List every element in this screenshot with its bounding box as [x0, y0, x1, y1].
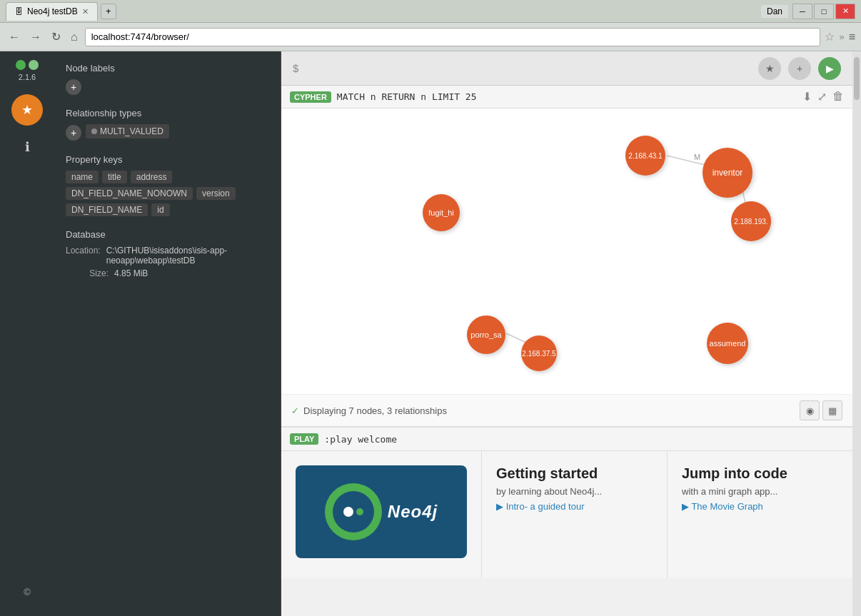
graph-view-button[interactable]: ◉: [800, 400, 820, 420]
maximize-button[interactable]: □: [814, 4, 834, 19]
add-query-button[interactable]: +: [788, 57, 811, 80]
add-relationship-button[interactable]: +: [66, 125, 81, 141]
back-button[interactable]: ←: [6, 29, 23, 45]
db-size-value: 4.85 MiB: [114, 268, 148, 278]
delete-result-icon[interactable]: 🗑: [832, 90, 844, 103]
db-location-row: Location: C:\GITHUB\isisaddons\isis-app-…: [66, 246, 269, 266]
menu-icon[interactable]: ≡: [849, 31, 855, 44]
db-size-row: Size: 4.85 MiB: [66, 268, 269, 278]
sidebar-icons: 2.1.6 ★ ℹ ©: [0, 51, 54, 616]
query-display: CYPHER MATCH n RETURN n LIMIT 25: [290, 91, 477, 103]
tab-title: Neo4j testDB: [27, 6, 78, 16]
view-toggle: ◉ ▦: [800, 400, 842, 420]
node-2-168-43-1[interactable]: 2.168.43.1: [625, 136, 665, 176]
prop-key-dnfieldname[interactable]: DN_FIELD_NAME: [66, 203, 148, 216]
run-query-button[interactable]: ▶: [818, 57, 841, 80]
right-scrollbar[interactable]: [852, 51, 861, 616]
logo-outer-circle: [325, 483, 382, 540]
neo4j-card-logo: Neo4j: [296, 465, 467, 558]
graph-view-icon: ◉: [806, 405, 814, 416]
prop-key-address[interactable]: address: [131, 171, 173, 183]
neo4j-dots: [16, 60, 39, 70]
logo-container: Neo4j: [325, 483, 438, 540]
app-container: 2.1.6 ★ ℹ © Node labels + Relationship t…: [0, 51, 861, 616]
active-tab[interactable]: 🗄 Neo4j testDB ✕: [6, 2, 98, 21]
minimize-button[interactable]: ─: [792, 4, 812, 19]
tab-favicon: 🗄: [15, 7, 23, 16]
copyright-icon: ©: [24, 587, 31, 597]
forward-button[interactable]: →: [27, 29, 44, 45]
reload-button[interactable]: ↻: [49, 29, 64, 45]
favorites-button[interactable]: ★: [11, 94, 43, 126]
node-2-168-37-5[interactable]: 2.168.37.5: [521, 335, 557, 371]
dot-1: [16, 60, 26, 70]
prop-key-name[interactable]: name: [66, 171, 99, 183]
node-2-188-193[interactable]: 2.188.193.: [731, 201, 771, 241]
run-icon: ▶: [826, 63, 834, 74]
dot-2: [29, 60, 39, 70]
extensions-icon[interactable]: »: [839, 31, 844, 42]
bookmark-icon[interactable]: ☆: [825, 30, 835, 44]
address-input[interactable]: [85, 28, 821, 46]
scrollbar-thumb[interactable]: [854, 57, 860, 100]
title-bar: 🗄 Neo4j testDB ✕ + Dan ─ □ ✕: [0, 0, 861, 23]
node-assumend[interactable]: assumend: [707, 323, 748, 364]
relationship-type-label: MULTI_VALUED: [100, 126, 163, 136]
query-actions: ★ + ▶: [758, 57, 841, 80]
result-toolbar-icons: ⬇ ⤢ 🗑: [802, 90, 844, 103]
getting-started-card: Getting started by learning about Neo4j.…: [482, 451, 668, 578]
add-node-label-button[interactable]: +: [66, 79, 81, 95]
query-input[interactable]: [293, 62, 758, 74]
prop-key-dnfieldname-nonown[interactable]: DN_FIELD_NAME_NONOWN: [66, 187, 193, 200]
result-footer: ✓ Displaying 7 nodes, 3 relationships ◉ …: [281, 394, 852, 426]
close-button[interactable]: ✕: [835, 4, 855, 19]
cypher-badge: CYPHER: [290, 91, 331, 103]
new-tab-button[interactable]: +: [101, 4, 116, 19]
prop-key-title[interactable]: title: [102, 171, 127, 183]
getting-started-subtitle: by learning about Neo4j...: [496, 486, 653, 497]
node-labels-title: Node labels: [66, 63, 269, 74]
copyright-button[interactable]: ©: [11, 576, 43, 607]
plus-icon: +: [797, 63, 802, 74]
property-keys-list: name title address DN_FIELD_NAME_NONOWN …: [66, 171, 269, 216]
logo-graphic: [325, 483, 382, 540]
intro-link[interactable]: Intro- a guided tour: [496, 501, 584, 512]
database-section: Database Location: C:\GITHUB\isisaddons\…: [66, 229, 269, 278]
prop-key-id[interactable]: id: [151, 203, 169, 216]
node-fugit-hi[interactable]: fugit_hi: [423, 194, 460, 231]
jump-into-code-subtitle: with a mini graph app...: [682, 486, 838, 497]
result-panel: CYPHER MATCH n RETURN n LIMIT 25 ⬇ ⤢ 🗑: [281, 86, 852, 427]
fullscreen-icon[interactable]: ⤢: [817, 90, 827, 103]
neo4j-logo: 2.1.6: [16, 60, 39, 81]
db-location-value: C:\GITHUB\isisaddons\isis-app-neoapp\web…: [106, 246, 269, 266]
save-query-button[interactable]: ★: [758, 57, 781, 80]
address-bar: ← → ↻ ⌂ ☆ » ≡: [0, 23, 861, 51]
home-button[interactable]: ⌂: [68, 29, 81, 45]
tab-area: 🗄 Neo4j testDB ✕ +: [6, 2, 761, 21]
node-inventor[interactable]: inventor: [703, 148, 752, 198]
result-toolbar: CYPHER MATCH n RETURN n LIMIT 25 ⬇ ⤢ 🗑: [281, 86, 852, 108]
cypher-query-text: MATCH n RETURN n LIMIT 25: [337, 91, 477, 102]
play-section: PLAY :play welcome: [281, 427, 852, 578]
badge-dot: [91, 128, 97, 134]
jump-into-code-title: Jump into code: [682, 465, 838, 482]
download-icon[interactable]: ⬇: [802, 90, 812, 103]
prop-key-version[interactable]: version: [196, 187, 236, 200]
node-porro-sa[interactable]: porro_sa: [467, 315, 505, 354]
database-title: Database: [66, 229, 269, 240]
relationship-type-badge[interactable]: MULTI_VALUED: [86, 124, 169, 138]
svg-text:M: M: [694, 153, 700, 161]
table-view-button[interactable]: ▦: [822, 400, 842, 420]
jump-into-code-card: Jump into code with a mini graph app... …: [668, 451, 852, 578]
window-controls: ─ □ ✕: [792, 4, 855, 19]
tab-close-button[interactable]: ✕: [82, 7, 89, 16]
info-button[interactable]: ℹ: [11, 131, 43, 163]
logo-inner-circle: [333, 491, 374, 532]
check-icon: ✓: [291, 405, 299, 416]
star-icon: ★: [765, 63, 775, 74]
play-toolbar: PLAY :play welcome: [281, 428, 852, 451]
movie-graph-link[interactable]: The Movie Graph: [682, 501, 763, 512]
node-labels-section: Node labels +: [66, 63, 269, 95]
info-icon: ℹ: [25, 139, 30, 155]
user-label: Dan: [761, 5, 788, 18]
